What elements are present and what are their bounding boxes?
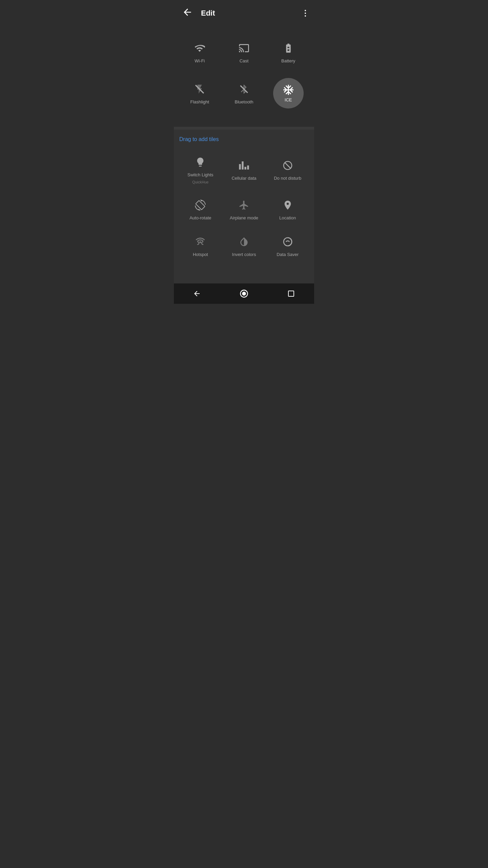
active-tiles-section: Wi-Fi Cast 22 Battery [174, 26, 314, 124]
nav-home-button[interactable] [239, 289, 249, 298]
svg-text:22: 22 [287, 47, 291, 51]
drag-tile-cellular-data[interactable]: Cellular data [223, 148, 265, 190]
hotspot-label: Hotspot [193, 252, 208, 257]
drag-tiles-grid: Switch Lights QuickHue Cellular data Do … [174, 145, 314, 265]
invert-colors-label: Invert colors [232, 252, 256, 257]
switch-lights-icon [193, 155, 208, 170]
tile-ice[interactable]: ICE [268, 73, 309, 114]
bluetooth-icon [237, 82, 251, 97]
drag-tile-do-not-disturb[interactable]: Do not disturb [266, 148, 309, 190]
wifi-icon [192, 41, 207, 56]
ice-button[interactable]: ICE [273, 78, 304, 108]
navigation-bar [174, 283, 314, 304]
drag-tile-data-saver[interactable]: Data Saver [266, 228, 309, 263]
data-saver-icon [280, 234, 295, 249]
more-dot-1 [305, 10, 306, 11]
nav-recents-icon [287, 290, 295, 298]
battery-label: Battery [281, 58, 295, 64]
flashlight-label: Flashlight [190, 99, 209, 105]
cellular-data-label: Cellular data [231, 176, 256, 181]
section-divider [174, 127, 314, 130]
auto-rotate-label: Auto-rotate [189, 215, 211, 221]
airplane-mode-label: Airplane mode [230, 215, 258, 221]
location-icon [280, 198, 295, 213]
switch-lights-sublabel: QuickHue [192, 180, 208, 184]
active-tiles-grid: Wi-Fi Cast 22 Battery [174, 32, 314, 117]
hotspot-icon [193, 234, 208, 249]
drag-header: Drag to add tiles [174, 130, 314, 145]
cast-icon [237, 41, 251, 56]
drag-tile-location[interactable]: Location [266, 191, 309, 226]
battery-icon: 22 [281, 41, 296, 56]
header-left: Edit [181, 5, 215, 21]
airplane-mode-icon [237, 198, 251, 213]
switch-lights-label: Switch Lights [187, 172, 214, 178]
flashlight-icon [192, 82, 207, 97]
back-arrow-icon [182, 7, 193, 18]
tile-battery[interactable]: 22 Battery [268, 35, 309, 69]
header: Edit [174, 0, 314, 26]
drag-section: Drag to add tiles Switch Lights QuickHue… [174, 130, 314, 283]
svg-point-5 [242, 292, 245, 295]
nav-back-button[interactable] [193, 290, 201, 298]
more-dot-3 [305, 15, 306, 17]
more-options-button[interactable] [303, 8, 307, 18]
bluetooth-label: Bluetooth [235, 99, 253, 105]
nav-recents-button[interactable] [287, 290, 295, 298]
back-button[interactable] [181, 5, 194, 21]
drag-tile-switch-lights[interactable]: Switch Lights QuickHue [179, 148, 222, 190]
tile-flashlight[interactable]: Flashlight [179, 73, 220, 114]
do-not-disturb-icon [280, 158, 295, 173]
wifi-label: Wi-Fi [195, 58, 205, 64]
nav-home-icon [239, 289, 249, 298]
drag-tile-airplane-mode[interactable]: Airplane mode [223, 191, 265, 226]
tile-wifi[interactable]: Wi-Fi [179, 35, 220, 69]
location-label: Location [279, 215, 296, 221]
drag-tile-invert-colors[interactable]: Invert colors [223, 228, 265, 263]
ice-label: ICE [285, 97, 292, 103]
nav-back-icon [193, 290, 201, 298]
invert-colors-icon [237, 234, 251, 249]
auto-rotate-icon [193, 198, 208, 213]
cellular-data-icon [237, 158, 251, 173]
cast-label: Cast [240, 58, 249, 64]
drag-tile-hotspot[interactable]: Hotspot [179, 228, 222, 263]
data-saver-label: Data Saver [277, 252, 299, 257]
more-dot-2 [305, 13, 306, 14]
ice-icon [282, 84, 294, 96]
do-not-disturb-label: Do not disturb [274, 176, 301, 181]
tile-cast[interactable]: Cast [224, 35, 265, 69]
page-title: Edit [201, 9, 215, 18]
svg-rect-6 [288, 291, 294, 296]
drag-tile-auto-rotate[interactable]: Auto-rotate [179, 191, 222, 226]
tile-bluetooth[interactable]: Bluetooth [224, 73, 265, 114]
